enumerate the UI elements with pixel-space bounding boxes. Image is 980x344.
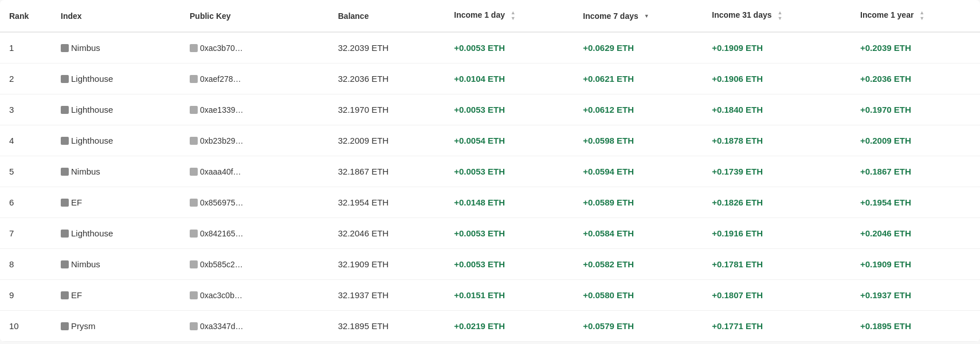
cell-income1y: +0.2036 ETH xyxy=(851,64,980,94)
cell-income1d: +0.0053 ETH xyxy=(445,218,574,249)
pubkey-value: 0x842165… xyxy=(200,229,244,238)
cell-index[interactable]: Nimbus xyxy=(52,32,181,64)
cell-rank: 10 xyxy=(0,311,52,342)
client-name: EF xyxy=(71,290,82,300)
cell-pubkey[interactable]: 0x842165… xyxy=(181,218,329,249)
cell-index[interactable]: Lighthouse xyxy=(52,64,181,94)
table-row: 9EF0xac3c0b…32.1937 ETH+0.0151 ETH+0.058… xyxy=(0,280,980,311)
pubkey-icon xyxy=(190,322,198,330)
cell-rank: 2 xyxy=(0,64,52,94)
cell-rank: 5 xyxy=(0,156,52,187)
client-icon xyxy=(61,137,69,145)
sort-icons-income31d: ▲▼ xyxy=(777,10,782,21)
cell-income1d: +0.0053 ETH xyxy=(445,156,574,187)
cell-income31d: +0.1826 ETH xyxy=(703,187,851,218)
cell-index[interactable]: EF xyxy=(52,280,181,311)
cell-balance: 32.2036 ETH xyxy=(329,64,445,94)
cell-income1y: +0.1867 ETH xyxy=(851,156,980,187)
cell-income7d: +0.0580 ETH xyxy=(574,280,703,311)
cell-income31d: +0.1807 ETH xyxy=(703,280,851,311)
cell-income1d: +0.0148 ETH xyxy=(445,187,574,218)
client-icon xyxy=(61,322,69,330)
cell-rank: 3 xyxy=(0,94,52,125)
pubkey-icon xyxy=(190,199,198,207)
cell-rank: 6 xyxy=(0,187,52,218)
cell-income1y: +0.2039 ETH xyxy=(851,32,980,64)
cell-income31d: +0.1739 ETH xyxy=(703,156,851,187)
cell-income31d: +0.1781 ETH xyxy=(703,249,851,280)
cell-balance: 32.2046 ETH xyxy=(329,218,445,249)
client-name: Nimbus xyxy=(71,167,100,176)
cell-balance: 32.1909 ETH xyxy=(329,249,445,280)
pubkey-icon xyxy=(190,44,198,52)
cell-income7d: +0.0594 ETH xyxy=(574,156,703,187)
cell-pubkey[interactable]: 0xaaa40f… xyxy=(181,156,329,187)
cell-income1y: +0.2046 ETH xyxy=(851,218,980,249)
col-header-income31d[interactable]: Income 31 days ▲▼ xyxy=(703,0,851,32)
cell-pubkey[interactable]: 0x856975… xyxy=(181,187,329,218)
col-header-income1y[interactable]: Income 1 year ▲▼ xyxy=(851,0,980,32)
cell-income7d: +0.0612 ETH xyxy=(574,94,703,125)
cell-index[interactable]: Nimbus xyxy=(52,249,181,280)
cell-index[interactable]: Nimbus xyxy=(52,156,181,187)
cell-pubkey[interactable]: 0xb585c2… xyxy=(181,249,329,280)
pubkey-icon xyxy=(190,291,198,299)
cell-index[interactable]: Lighthouse xyxy=(52,218,181,249)
cell-pubkey[interactable]: 0xb23b29… xyxy=(181,125,329,156)
cell-pubkey[interactable]: 0xac3c0b… xyxy=(181,280,329,311)
cell-income31d: +0.1771 ETH xyxy=(703,311,851,342)
cell-index[interactable]: EF xyxy=(52,187,181,218)
table-row: 5Nimbus0xaaa40f…32.1867 ETH+0.0053 ETH+0… xyxy=(0,156,980,187)
cell-income1d: +0.0053 ETH xyxy=(445,94,574,125)
cell-income1y: +0.1895 ETH xyxy=(851,311,980,342)
cell-income1y: +0.1970 ETH xyxy=(851,94,980,125)
pubkey-icon xyxy=(190,106,198,114)
col-header-income7d[interactable]: Income 7 days ▼ xyxy=(574,0,703,32)
cell-income7d: +0.0629 ETH xyxy=(574,32,703,64)
cell-index[interactable]: Lighthouse xyxy=(52,125,181,156)
table-row: 3Lighthouse0xae1339…32.1970 ETH+0.0053 E… xyxy=(0,94,980,125)
client-icon xyxy=(61,44,69,52)
col-header-rank: Rank xyxy=(0,0,52,32)
cell-pubkey[interactable]: 0xae1339… xyxy=(181,94,329,125)
cell-income1y: +0.2009 ETH xyxy=(851,125,980,156)
cell-balance: 32.1867 ETH xyxy=(329,156,445,187)
client-icon xyxy=(61,75,69,83)
cell-income7d: +0.0589 ETH xyxy=(574,187,703,218)
cell-income7d: +0.0584 ETH xyxy=(574,218,703,249)
cell-income31d: +0.1909 ETH xyxy=(703,32,851,64)
cell-index[interactable]: Lighthouse xyxy=(52,94,181,125)
cell-balance: 32.2039 ETH xyxy=(329,32,445,64)
client-name: Nimbus xyxy=(71,43,100,53)
cell-income31d: +0.1916 ETH xyxy=(703,218,851,249)
client-icon xyxy=(61,199,69,207)
col-header-balance: Balance xyxy=(329,0,445,32)
cell-index[interactable]: Prysm xyxy=(52,311,181,342)
cell-income1d: +0.0151 ETH xyxy=(445,280,574,311)
table-row: 2Lighthouse0xaef278…32.2036 ETH+0.0104 E… xyxy=(0,64,980,94)
pubkey-value: 0x856975… xyxy=(200,198,244,207)
cell-rank: 8 xyxy=(0,249,52,280)
pubkey-icon xyxy=(190,75,198,83)
cell-rank: 4 xyxy=(0,125,52,156)
pubkey-value: 0xac3c0b… xyxy=(200,291,242,300)
client-name: Prysm xyxy=(71,321,96,331)
cell-income1y: +0.1954 ETH xyxy=(851,187,980,218)
col-header-income1d[interactable]: Income 1 day ▲▼ xyxy=(445,0,574,32)
cell-pubkey[interactable]: 0xaef278… xyxy=(181,64,329,94)
sort-icons-income1y: ▲▼ xyxy=(919,10,924,21)
cell-income7d: +0.0582 ETH xyxy=(574,249,703,280)
cell-balance: 32.1895 ETH xyxy=(329,311,445,342)
cell-rank: 9 xyxy=(0,280,52,311)
client-name: EF xyxy=(71,197,82,207)
cell-income1d: +0.0104 ETH xyxy=(445,64,574,94)
cell-income1y: +0.1937 ETH xyxy=(851,280,980,311)
cell-pubkey[interactable]: 0xac3b70… xyxy=(181,32,329,64)
cell-balance: 32.2009 ETH xyxy=(329,125,445,156)
cell-pubkey[interactable]: 0xa3347d… xyxy=(181,311,329,342)
cell-rank: 1 xyxy=(0,32,52,64)
table-header-row: Rank Index Public Key Balance Income 1 d… xyxy=(0,0,980,32)
pubkey-value: 0xa3347d… xyxy=(200,322,244,331)
table-row: 6EF0x856975…32.1954 ETH+0.0148 ETH+0.058… xyxy=(0,187,980,218)
cell-income7d: +0.0579 ETH xyxy=(574,311,703,342)
